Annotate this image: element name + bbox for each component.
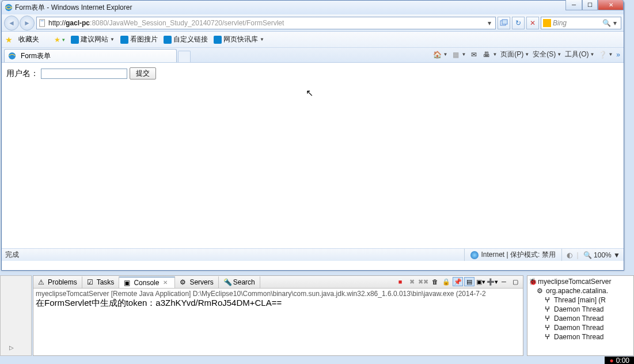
eclipse-panel: ⚠Problems ☑Tasks ▣Console✕ ⚙Servers 🔦Sea…: [33, 275, 523, 356]
fav-item-suggested[interactable]: 建议网站▼: [71, 35, 115, 44]
browser-tab[interactable]: Form表单: [4, 49, 177, 62]
svg-point-0: [5, 4, 12, 11]
fav-label: 建议网站: [81, 35, 108, 44]
display-button[interactable]: ▤: [464, 277, 474, 286]
thread-icon: ⵖ: [545, 314, 553, 323]
thread-icon: ⵖ: [545, 305, 553, 313]
terminate-button[interactable]: ■: [395, 277, 405, 286]
fav-add-icon[interactable]: ★▾: [54, 36, 65, 44]
svg-rect-4: [502, 20, 507, 24]
home-button[interactable]: 🏠▼: [433, 50, 448, 59]
chevron-down-icon: ▼: [110, 37, 115, 42]
tab-close-icon[interactable]: ✕: [161, 279, 170, 286]
debug-thread[interactable]: ⵖDaemon Thread: [529, 305, 632, 314]
node-label: Daemon Thread: [554, 305, 604, 313]
submit-button[interactable]: 提交: [130, 67, 156, 79]
close-button[interactable]: ✕: [598, 0, 624, 10]
forward-button[interactable]: ►: [20, 16, 35, 31]
ie-window: Form表单 - Windows Internet Explorer ─ ☐ ✕…: [1, 0, 624, 271]
bug-icon: 🐞: [529, 278, 537, 286]
node-label: org.apache.catalina.: [546, 287, 608, 295]
fav-item-custom[interactable]: 自定义链接: [164, 35, 208, 44]
nav-arrows: ◄ ►: [4, 16, 35, 31]
url-dropdown[interactable]: ▾: [485, 19, 493, 27]
tasks-icon: ☑: [87, 278, 95, 286]
status-right: ◐ | 🔍 100% ▼: [562, 251, 620, 259]
expand-button[interactable]: »: [616, 51, 620, 59]
safety-menu[interactable]: 安全(S)▼: [533, 50, 561, 59]
tab-label: Console: [134, 279, 159, 287]
fav-item-slice[interactable]: 网页快讯库▼: [214, 35, 264, 44]
debug-thread[interactable]: ⵖDaemon Thread: [529, 314, 632, 323]
back-button[interactable]: ◄: [4, 16, 19, 31]
zoom-control[interactable]: 🔍 100% ▼: [583, 251, 620, 259]
tools-menu[interactable]: 工具(O)▼: [565, 50, 594, 59]
scroll-lock-button[interactable]: 🔒: [441, 277, 451, 286]
refresh-icon: ↻: [515, 19, 521, 27]
tab-label: Problems: [48, 278, 77, 286]
protected-mode-icon[interactable]: ◐: [567, 251, 572, 259]
globe-icon: [470, 251, 479, 259]
tab-console[interactable]: ▣Console✕: [119, 276, 175, 288]
favorites-label[interactable]: 收藏夹: [18, 35, 39, 44]
thread-icon: ⵖ: [545, 296, 553, 304]
tab-tasks[interactable]: ☑Tasks: [82, 276, 120, 288]
ie-icon: [5, 3, 13, 12]
search-bar[interactable]: Bing 🔍 ▾: [541, 17, 621, 29]
new-console-button[interactable]: ➕▾: [487, 277, 498, 286]
pin-button[interactable]: 📌: [453, 277, 463, 286]
clear-button[interactable]: 🗑: [430, 277, 440, 286]
maximize-button[interactable]: ☐: [582, 0, 598, 10]
search-placeholder: Bing: [553, 19, 602, 27]
address-bar[interactable]: http://gacl-pc:8080/JavaWeb_Session_Stud…: [36, 17, 496, 29]
record-icon[interactable]: ●: [609, 357, 613, 365]
thread-icon: ⵖ: [545, 333, 553, 341]
status-bar: 完成 Internet | 保护模式: 禁用 ◐ | 🔍 100% ▼: [2, 248, 624, 261]
fav-item-image[interactable]: 看图搜片: [120, 35, 158, 44]
zoom-value: 100%: [594, 251, 612, 259]
debug-root[interactable]: 🐞myeclipseTomcatServer: [529, 277, 632, 286]
remove-all-button[interactable]: ✖✖: [418, 277, 428, 286]
debug-thread[interactable]: ⵖDaemon Thread: [529, 323, 632, 332]
minimize-button[interactable]: ─: [565, 0, 582, 10]
node-label: myeclipseTomcatServer: [538, 278, 611, 286]
search-dropdown[interactable]: ▾: [611, 19, 619, 27]
stop-button[interactable]: ✕: [526, 17, 539, 29]
maximize-view-button[interactable]: ▢: [510, 277, 521, 286]
minimize-view-button[interactable]: ─: [499, 277, 509, 286]
tab-problems[interactable]: ⚠Problems: [33, 276, 82, 288]
window-controls: ─ ☐ ✕: [565, 0, 624, 10]
new-tab-button[interactable]: [178, 51, 191, 62]
username-input[interactable]: [41, 69, 127, 79]
feeds-button[interactable]: ▦▼: [451, 50, 466, 59]
search-button[interactable]: 🔍: [602, 19, 611, 27]
gears-icon: ⚙: [537, 287, 545, 295]
debug-process[interactable]: ⚙org.apache.catalina.: [529, 286, 632, 295]
console-icon: ▣: [124, 279, 132, 287]
nav-row: ◄ ► http://gacl-pc:8080/JavaWeb_Session_…: [2, 14, 624, 32]
favorites-star-icon[interactable]: ★: [5, 35, 13, 44]
chevron-down-icon: ▼: [260, 37, 264, 42]
debug-thread[interactable]: ⵖThread [main] (R: [529, 295, 632, 305]
window-title: Form表单 - Windows Internet Explorer: [15, 3, 132, 13]
eclipse-gutter: ▷: [0, 275, 32, 356]
titlebar: Form表单 - Windows Internet Explorer ─ ☐ ✕: [2, 1, 624, 14]
gutter-arrow-icon[interactable]: ▷: [9, 344, 14, 351]
remove-button[interactable]: ✖: [407, 277, 417, 286]
compat-button[interactable]: [498, 17, 510, 29]
status-zone[interactable]: Internet | 保护模式: 禁用: [464, 249, 561, 261]
menu-label: 工具(O): [565, 50, 589, 59]
tab-label: Search: [233, 278, 255, 286]
print-button[interactable]: 🖶▼: [482, 50, 497, 59]
mail-button[interactable]: ✉: [469, 50, 479, 59]
debug-thread[interactable]: ⵖDaemon Thread: [529, 332, 632, 342]
eclipse-tab-row: ⚠Problems ☑Tasks ▣Console✕ ⚙Servers 🔦Sea…: [33, 276, 523, 289]
help-button[interactable]: ❔▼: [598, 50, 613, 59]
tab-label: Servers: [189, 278, 213, 286]
tab-servers[interactable]: ⚙Servers: [175, 276, 218, 288]
open-console-button[interactable]: ▣▾: [476, 277, 486, 286]
refresh-button[interactable]: ↻: [512, 17, 525, 29]
console-body[interactable]: myeclipseTomcatServer [Remote Java Appli…: [33, 289, 523, 355]
tab-search[interactable]: 🔦Search: [219, 276, 260, 288]
page-menu[interactable]: 页面(P)▼: [500, 50, 529, 59]
